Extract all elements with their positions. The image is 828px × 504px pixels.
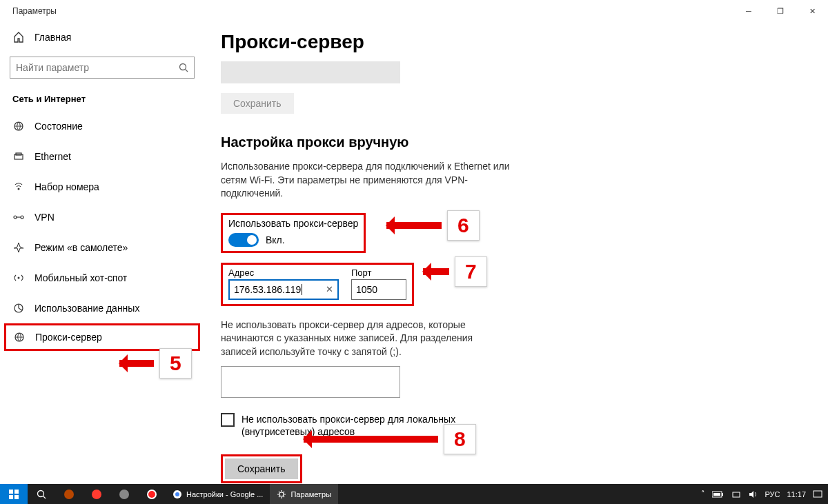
status-icon (12, 121, 25, 132)
proxy-icon (13, 332, 26, 343)
sidebar-item-label: VPN (34, 212, 55, 223)
start-button[interactable] (0, 484, 28, 504)
tray-chevron-icon[interactable]: ˄ (701, 490, 705, 498)
svg-rect-14 (9, 495, 13, 499)
taskbar-app-icon[interactable] (138, 484, 166, 504)
taskbar-app-icon[interactable] (110, 484, 138, 504)
svg-line-1 (186, 70, 188, 72)
save-button-outline: Сохранить (221, 454, 302, 483)
taskbar-chrome-app[interactable]: Настройки - Google ... (166, 484, 270, 504)
svg-point-0 (180, 64, 186, 70)
svg-line-17 (43, 496, 46, 498)
maximize-button[interactable]: ❐ (765, 0, 796, 22)
address-port-block: Адрес 176.53.186.119 ✕ Порт 1050 (221, 263, 414, 306)
svg-rect-22 (722, 493, 723, 496)
titlebar: Параметры ─ ❐ ✕ (0, 0, 828, 22)
checkbox-label: Не использовать прокси-сервер для локаль… (241, 413, 511, 438)
sidebar-item-airplane[interactable]: Режим «в самолете» (0, 232, 204, 263)
address-input[interactable]: 176.53.186.119 ✕ (228, 279, 339, 300)
svg-point-6 (14, 216, 17, 219)
window-title: Параметры (12, 6, 57, 16)
tray-notifications-icon[interactable] (813, 490, 822, 499)
search-input-box[interactable] (10, 57, 195, 79)
local-addresses-checkbox[interactable] (221, 413, 235, 427)
port-input[interactable]: 1050 (351, 279, 406, 300)
sidebar-item-dialup[interactable]: Набор номера (0, 172, 204, 202)
dialup-icon (12, 181, 25, 192)
close-button[interactable]: ✕ (796, 0, 828, 22)
address-value: 176.53.186.119 (234, 284, 301, 295)
sidebar-item-label: Набор номера (34, 181, 99, 192)
sidebar-item-status[interactable]: Состояние (0, 111, 204, 141)
clear-icon[interactable]: ✕ (320, 284, 333, 294)
svg-point-5 (18, 188, 20, 190)
sidebar-item-label: Мобильный хот-спот (34, 272, 127, 283)
port-value: 1050 (356, 284, 377, 295)
sidebar-home[interactable]: Главная (0, 22, 204, 52)
sidebar: Главная Сеть и Интернет Состояние Ethern… (0, 22, 204, 484)
save-button-disabled: Сохранить (221, 93, 294, 114)
vpn-icon (12, 213, 25, 221)
save-button[interactable]: Сохранить (225, 458, 298, 479)
sidebar-item-label: Состояние (34, 121, 83, 132)
toggle-state: Вкл. (266, 234, 285, 245)
svg-rect-24 (733, 492, 740, 497)
svg-rect-13 (14, 490, 19, 494)
taskbar-search-icon[interactable] (28, 484, 55, 504)
exclusion-description: Не использовать прокси-сервер для адресо… (221, 319, 511, 359)
sidebar-section-title: Сеть и Интернет (0, 79, 204, 111)
svg-point-19 (175, 492, 179, 496)
exclusion-textarea[interactable] (221, 366, 400, 398)
system-tray: ˄ РУС 11:17 (701, 490, 828, 499)
port-label: Порт (351, 268, 406, 278)
svg-point-20 (279, 492, 284, 496)
svg-point-9 (18, 277, 20, 279)
address-label: Адрес (228, 268, 339, 278)
ethernet-icon (12, 151, 25, 162)
taskbar-app-icon[interactable] (55, 484, 83, 504)
svg-rect-12 (9, 490, 13, 494)
taskbar: Настройки - Google ... Параметры ˄ РУС 1… (0, 484, 828, 504)
tray-battery-icon[interactable] (712, 491, 724, 498)
tray-volume-icon[interactable] (748, 490, 758, 499)
page-title: Прокси-сервер (221, 31, 787, 53)
disabled-field (221, 61, 400, 83)
use-proxy-toggle[interactable] (228, 233, 259, 247)
svg-rect-15 (14, 495, 19, 499)
sidebar-item-label: Ethernet (34, 151, 71, 162)
sidebar-item-label: Режим «в самолете» (34, 242, 128, 253)
sidebar-item-label: Использование данных (34, 303, 139, 314)
sidebar-item-datausage[interactable]: Использование данных (0, 293, 204, 323)
svg-point-7 (21, 216, 23, 219)
svg-rect-25 (814, 491, 822, 497)
search-input[interactable] (16, 62, 179, 73)
sidebar-item-proxy[interactable]: Прокси-сервер (4, 323, 200, 351)
minimize-button[interactable]: ─ (733, 0, 765, 22)
home-icon (12, 32, 25, 43)
sidebar-item-ethernet[interactable]: Ethernet (0, 141, 204, 172)
datausage-icon (12, 303, 25, 314)
tray-network-icon[interactable] (731, 490, 741, 499)
main-content: Прокси-сервер Сохранить Настройка прокси… (221, 31, 787, 483)
sidebar-home-label: Главная (34, 32, 71, 43)
sidebar-item-label: Прокси-сервер (35, 332, 102, 343)
sidebar-item-hotspot[interactable]: Мобильный хот-спот (0, 263, 204, 293)
toggle-label: Использовать прокси-сервер (228, 218, 358, 229)
sidebar-item-vpn[interactable]: VPN (0, 202, 204, 232)
section-heading: Настройка прокси вручную (221, 134, 787, 150)
svg-point-16 (38, 490, 44, 496)
section-description: Использование прокси-сервера для подключ… (221, 160, 511, 201)
search-icon (179, 63, 188, 72)
use-proxy-toggle-block: Использовать прокси-сервер Вкл. (221, 213, 366, 253)
taskbar-app-icon[interactable] (83, 484, 110, 504)
svg-rect-23 (713, 493, 720, 496)
taskbar-settings-app[interactable]: Параметры (270, 484, 338, 504)
tray-language[interactable]: РУС (765, 490, 780, 498)
tray-time[interactable]: 11:17 (787, 490, 806, 498)
hotspot-icon (12, 272, 25, 283)
airplane-icon (12, 242, 25, 253)
